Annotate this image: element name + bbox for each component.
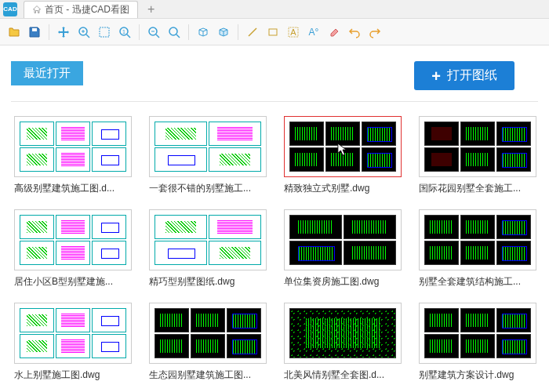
file-name-label: 水上别墅施工图.dwg <box>14 368 132 382</box>
redo-button[interactable] <box>365 23 384 42</box>
move-icon <box>57 26 70 38</box>
redo-icon <box>369 26 381 38</box>
toolbar-separator <box>238 24 238 40</box>
file-name-label: 北美风情别墅全套图.d... <box>284 368 402 382</box>
file-thumbnail[interactable] <box>149 116 267 177</box>
select-area-button[interactable] <box>95 23 114 42</box>
file-card[interactable]: 北美风情别墅全套图.d... <box>284 303 402 382</box>
file-card[interactable]: 生态园别墅建筑施工图... <box>149 303 267 382</box>
file-name-label: 生态园别墅建筑施工图... <box>149 368 267 382</box>
open-button-label: 打开图纸 <box>447 67 497 84</box>
file-thumbnail[interactable] <box>419 209 536 270</box>
save-icon <box>28 26 41 38</box>
move-button[interactable] <box>54 23 73 42</box>
file-thumbnail[interactable] <box>284 209 402 270</box>
undo-icon <box>348 26 361 38</box>
file-thumbnail[interactable] <box>149 209 267 270</box>
zoom-out-icon <box>147 26 160 38</box>
tab-home[interactable]: 首页 - 迅捷CAD看图 <box>24 1 138 18</box>
file-name-label: 别墅全套建筑结构施工... <box>419 275 536 289</box>
file-card[interactable]: 居住小区B型别墅建施... <box>14 209 132 289</box>
zoom-fit-icon <box>168 26 180 38</box>
file-name-label: 单位集资房施工图.dwg <box>284 275 402 289</box>
toolbar: 1 A A° <box>0 19 549 45</box>
line-icon <box>246 26 259 38</box>
file-card[interactable]: 别墅全套建筑结构施工... <box>419 209 536 289</box>
tab-add-button[interactable]: + <box>143 2 159 16</box>
file-name-label: 居住小区B型别墅建施... <box>14 275 132 289</box>
view3d-button[interactable] <box>194 23 213 42</box>
file-thumbnail[interactable] <box>419 116 536 177</box>
rect-tool-button[interactable] <box>264 23 282 42</box>
file-name-label: 别墅建筑方案设计.dwg <box>419 368 536 382</box>
select-icon <box>98 26 111 38</box>
file-card[interactable]: 一套很不错的别墅施工... <box>149 116 267 195</box>
file-card[interactable]: 精致独立式别墅.dwg <box>284 116 402 195</box>
file-card[interactable]: 别墅建筑方案设计.dwg <box>419 303 536 382</box>
svg-text:1: 1 <box>122 29 125 34</box>
tab-label: 首页 - 迅捷CAD看图 <box>45 3 129 16</box>
zoom-fit-button[interactable] <box>165 23 184 42</box>
open-folder-button[interactable] <box>5 23 24 42</box>
home-icon <box>32 5 42 14</box>
svg-rect-0 <box>32 28 37 31</box>
app-logo-icon: CAD <box>3 2 17 16</box>
file-name-label: 一套很不错的别墅施工... <box>149 182 267 195</box>
titlebar: CAD 首页 - 迅捷CAD看图 + <box>0 0 549 19</box>
svg-rect-15 <box>269 29 277 35</box>
svg-line-7 <box>127 34 130 38</box>
zoom-reset-icon: 1 <box>118 26 131 38</box>
file-name-label: 精致独立式别墅.dwg <box>284 182 402 195</box>
line-tool-button[interactable] <box>243 23 262 42</box>
open-drawing-button[interactable]: + 打开图纸 <box>414 61 514 90</box>
file-card[interactable]: 水上别墅施工图.dwg <box>14 303 132 382</box>
eraser-button[interactable] <box>325 23 344 42</box>
plus-icon: + <box>431 68 441 84</box>
svg-point-12 <box>169 27 177 35</box>
cube-icon <box>197 26 209 38</box>
text-alt-button[interactable]: A° <box>304 23 323 42</box>
content-area: 最近打开 + 打开图纸 高级别墅建筑施工图.d...一套很不错的别墅施工...精… <box>0 45 549 392</box>
text-icon: A <box>287 26 300 38</box>
file-card[interactable]: 国际花园别墅全套施工... <box>419 116 536 195</box>
text-a-icon: A° <box>307 26 320 38</box>
view3d-alt-button[interactable] <box>214 23 233 42</box>
recent-files-grid: 高级别墅建筑施工图.d...一套很不错的别墅施工...精致独立式别墅.dwg国际… <box>11 116 538 382</box>
text-tool-button[interactable]: A <box>284 23 303 42</box>
svg-text:A°: A° <box>309 27 319 38</box>
svg-line-13 <box>176 34 180 38</box>
file-thumbnail[interactable] <box>284 116 402 177</box>
undo-button[interactable] <box>345 23 364 42</box>
file-thumbnail[interactable] <box>284 303 402 364</box>
svg-text:A: A <box>290 27 296 37</box>
svg-line-2 <box>86 34 89 38</box>
svg-rect-5 <box>100 27 109 37</box>
file-thumbnail[interactable] <box>14 209 132 270</box>
file-card[interactable]: 单位集资房施工图.dwg <box>284 209 402 289</box>
cube3d-icon <box>217 26 230 38</box>
eraser-icon <box>328 26 340 38</box>
zoom-in-icon <box>78 26 90 38</box>
file-thumbnail[interactable] <box>14 116 132 177</box>
file-card[interactable]: 精巧型别墅图纸.dwg <box>149 209 267 289</box>
file-thumbnail[interactable] <box>149 303 267 364</box>
zoom-in-button[interactable] <box>75 23 93 42</box>
file-name-label: 高级别墅建筑施工图.d... <box>14 182 132 195</box>
toolbar-separator <box>188 24 189 40</box>
rect-icon <box>267 26 279 38</box>
file-name-label: 精巧型别墅图纸.dwg <box>149 275 267 289</box>
file-thumbnail[interactable] <box>419 303 536 364</box>
svg-line-10 <box>156 34 159 38</box>
file-thumbnail[interactable] <box>14 303 132 364</box>
zoom-reset-button[interactable]: 1 <box>115 23 134 42</box>
file-card[interactable]: 高级别墅建筑施工图.d... <box>14 116 132 195</box>
zoom-out-button[interactable] <box>144 23 163 42</box>
toolbar-separator <box>139 24 140 40</box>
folder-icon <box>8 26 20 38</box>
toolbar-separator <box>49 24 49 40</box>
recent-files-heading: 最近打开 <box>11 61 83 85</box>
svg-line-14 <box>249 28 256 36</box>
file-name-label: 国际花园别墅全套施工... <box>419 182 536 195</box>
save-button[interactable] <box>25 23 44 42</box>
